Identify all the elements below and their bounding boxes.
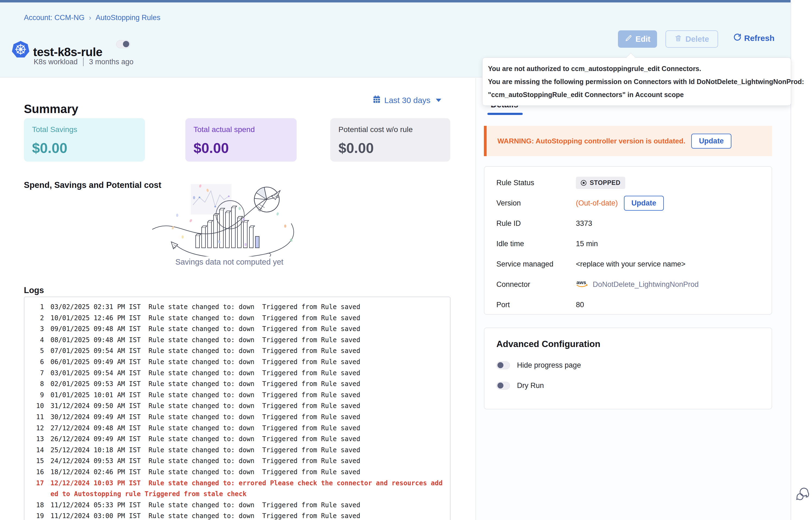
version-out-of-date: (Out-of-date): [576, 199, 618, 207]
log-row: 901/01/2025 10:01 AM IST Rule state chan…: [30, 390, 445, 401]
log-row: 408/01/2025 09:48 AM IST Rule state chan…: [30, 335, 445, 346]
tooltip-line-2: You are missing the following permission…: [488, 75, 785, 88]
detail-row-rule-status: Rule Status STOPPED: [496, 173, 760, 193]
total-actual-spend-label: Total actual spend: [194, 125, 289, 134]
log-row: 507/01/2025 09:54 AM IST Rule state chan…: [30, 345, 445, 357]
log-row: 103/02/2025 02:31 PM IST Rule state chan…: [30, 302, 445, 313]
detail-row-rule-id: Rule ID 3373: [496, 213, 760, 234]
aws-icon: aws: [576, 279, 589, 290]
dry-run-label: Dry Run: [517, 382, 544, 390]
tab-active-underline: [487, 113, 523, 115]
log-row: 1031/12/2024 09:50 AM IST Rule state cha…: [30, 400, 445, 412]
total-savings-label: Total Savings: [32, 125, 137, 134]
rule-age: 3 months ago: [89, 58, 133, 66]
date-range-label: Last 30 days: [384, 96, 430, 105]
connector-value: aws DoNotDelete_LightwingNonProd: [576, 279, 698, 290]
log-row: 606/01/2025 09:49 AM IST Rule state chan…: [30, 357, 445, 368]
port-value: 80: [576, 301, 584, 309]
page-title: test-k8s-rule: [33, 45, 102, 59]
summary-heading: Summary: [24, 102, 78, 116]
calendar-icon: [372, 95, 381, 105]
pencil-icon: [625, 34, 632, 44]
log-row-error: 1712/12/2024 10:03 PM IST Rule state cha…: [30, 478, 445, 500]
trash-icon: [674, 34, 682, 44]
detail-row-service-managed: Service managed <replace with your servi…: [496, 254, 760, 275]
log-row: 309/01/2025 09:48 AM IST Rule state chan…: [30, 323, 445, 335]
breadcrumb: Account: CCM-NG › AutoStopping Rules: [24, 14, 161, 22]
edit-button[interactable]: Edit: [618, 30, 657, 48]
advanced-configuration-heading: Advanced Configuration: [496, 339, 760, 349]
delete-button[interactable]: Delete: [665, 30, 718, 48]
log-row: 1524/12/2024 09:53 AM IST Rule state cha…: [30, 456, 445, 467]
dry-run-row: Dry Run: [496, 382, 760, 390]
date-range-filter[interactable]: Last 30 days: [372, 95, 441, 105]
total-actual-spend-card: Total actual spend $0.00: [186, 118, 297, 162]
workload-type: K8s workload: [34, 58, 78, 66]
log-row: 802/01/2025 09:53 AM IST Rule state chan…: [30, 379, 445, 390]
log-row: 210/01/2025 12:46 PM IST Rule state chan…: [30, 313, 445, 324]
detail-row-connector: Connector aws DoNotDelete_LightwingNonPr…: [496, 275, 760, 295]
rule-status-badge: STOPPED: [576, 177, 625, 189]
breadcrumb-autostopping-link[interactable]: AutoStopping Rules: [96, 14, 161, 22]
log-row: 1227/12/2024 09:48 AM IST Rule state cha…: [30, 423, 445, 434]
log-row: 1911/12/2024 03:00 PM IST Rule state cha…: [30, 511, 445, 520]
idle-time-value: 15 min: [576, 240, 598, 248]
details-panel: Details WARNING: AutoStopping controller…: [476, 78, 791, 520]
detail-row-version: Version (Out-of-date) Update: [496, 193, 760, 213]
log-row: 1326/12/2024 09:49 AM IST Rule state cha…: [30, 434, 445, 445]
controller-warning-banner: WARNING: AutoStopping controller version…: [484, 126, 772, 156]
hide-progress-label: Hide progress page: [517, 361, 581, 369]
subtitle-divider: [83, 57, 83, 66]
savings-empty-illustration: [150, 183, 307, 258]
summary-panel: Summary Last 30 days Total Savings $0.00…: [0, 78, 476, 520]
chat-support-icon[interactable]: [796, 488, 810, 503]
service-managed-value: <replace with your service name>: [576, 260, 686, 268]
potential-cost-label: Potential cost w/o rule: [339, 125, 442, 134]
svg-text:aws: aws: [576, 280, 586, 285]
tooltip-line-3: "ccm_autoStoppingRule_edit Connectors" i…: [488, 88, 785, 101]
potential-cost-card: Potential cost w/o rule $0.00: [330, 118, 450, 162]
breadcrumb-separator: ›: [89, 14, 92, 22]
refresh-icon: [733, 33, 741, 43]
detail-row-port: Port 80: [496, 295, 760, 315]
dry-run-toggle[interactable]: [496, 382, 510, 390]
rule-details-card: Rule Status STOPPED Version (Out-of-date…: [484, 166, 772, 315]
log-row: 1130/12/2024 09:49 AM IST Rule state cha…: [30, 412, 445, 423]
hide-progress-toggle[interactable]: [496, 361, 510, 369]
log-row: 1618/12/2024 02:46 PM IST Rule state cha…: [30, 467, 445, 478]
advanced-configuration-card: Advanced Configuration Hide progress pag…: [484, 328, 772, 409]
logs-heading: Logs: [24, 285, 44, 295]
refresh-button[interactable]: Refresh: [733, 33, 774, 43]
total-savings-value: $0.00: [32, 140, 137, 156]
tooltip-line-1: You are not authorized to ccm_autostoppi…: [488, 62, 785, 75]
controller-update-button[interactable]: Update: [691, 134, 731, 149]
hide-progress-row: Hide progress page: [496, 361, 760, 369]
rule-subtitle: K8s workload 3 months ago: [34, 57, 133, 66]
detail-row-idle-time: Idle time 15 min: [496, 234, 760, 254]
chart-heading: Spend, Savings and Potential cost: [24, 180, 161, 190]
log-row: 1811/12/2024 05:33 PM IST Rule state cha…: [30, 500, 445, 511]
chevron-down-icon: [436, 99, 441, 102]
autostopping-rule-page: Account: CCM-NG › AutoStopping Rules tes…: [0, 0, 812, 520]
total-actual-spend-value: $0.00: [194, 140, 289, 156]
potential-cost-value: $0.00: [339, 140, 442, 156]
top-accent-bar: [0, 0, 791, 2]
kubernetes-icon: [12, 41, 29, 59]
warning-text: WARNING: AutoStopping controller version…: [497, 137, 685, 145]
permission-tooltip: You are not authorized to ccm_autostoppi…: [482, 57, 791, 106]
rule-enable-toggle[interactable]: [116, 40, 130, 48]
log-row: 703/01/2025 09:54 AM IST Rule state chan…: [30, 368, 445, 379]
total-savings-card: Total Savings $0.00: [24, 118, 145, 162]
breadcrumb-account-link[interactable]: Account: CCM-NG: [24, 14, 85, 22]
log-row: 1425/12/2024 10:18 AM IST Rule state cha…: [30, 445, 445, 456]
rule-id-value: 3373: [576, 219, 592, 228]
logs-box[interactable]: 103/02/2025 02:31 PM IST Rule state chan…: [24, 296, 450, 520]
version-update-button[interactable]: Update: [624, 196, 664, 211]
savings-empty-message: Savings data not computed yet: [134, 258, 324, 266]
stopped-icon: [581, 180, 587, 186]
